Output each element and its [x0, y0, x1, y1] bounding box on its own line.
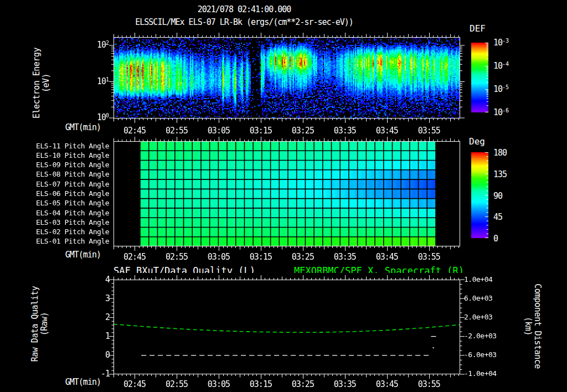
deg-colorbar-title: Deg — [469, 136, 485, 147]
pitch-angle-heatmap — [107, 135, 467, 253]
deg-colorbar — [471, 152, 488, 238]
gmt-axis-label-2: GMT(min) — [65, 250, 101, 260]
energy-axis-label-line1: Electron Energy — [32, 28, 42, 138]
def-colorbar-title: DEF — [470, 23, 486, 34]
time-axis-3-tick-label: 03:05 — [208, 379, 230, 389]
quality-axis-label: Raw Data Quality (Raw) — [30, 263, 49, 385]
time-axis-2-tick-label: 03:55 — [418, 252, 440, 262]
distance-tick-label: 6.0e+03 — [464, 294, 492, 302]
quality-tick-label: -1 — [101, 369, 110, 379]
energy-axis-label: Electron Energy (eV) — [32, 28, 51, 138]
quality-distance-plot — [107, 273, 467, 381]
time-axis-1-tick-label: 03:35 — [334, 126, 356, 136]
energy-axis-label-line2: (eV) — [42, 28, 51, 138]
time-axis-2-tick-label: 03:35 — [334, 252, 356, 262]
time-axis-1-tick-label: 02:55 — [166, 126, 188, 136]
time-axis-3-tick-label: 03:45 — [376, 379, 398, 389]
time-axis-2-tick-label: 02:45 — [123, 252, 146, 262]
time-axis-1-tick-label: 03:15 — [250, 126, 272, 136]
plot-timestamp: 2021/078 02:41:00.000 — [198, 4, 291, 14]
energy-tick-label: 100 — [97, 112, 109, 122]
distance-axis-label-line2: (km) — [523, 260, 533, 392]
distance-axis-label-line1: Component Distance — [533, 260, 542, 392]
pitch-row-label: ELS-06 Pitch Angle — [36, 189, 109, 198]
time-axis-3-tick-label: 03:15 — [250, 379, 272, 389]
time-axis-3-tick-label: 03:25 — [292, 379, 314, 389]
time-axis-2-tick-label: 03:25 — [292, 252, 314, 262]
time-axis-3-tick-label: 02:55 — [166, 379, 188, 389]
plot-page: 2021/078 02:41:00.000 ELSSCIL/MEx ELS-07… — [0, 0, 567, 392]
pitch-row-label: ELS-10 Pitch Angle — [36, 151, 109, 159]
pitch-row-label: ELS-02 Pitch Angle — [36, 228, 109, 236]
quality-axis-label-line2: (Raw) — [40, 263, 49, 385]
time-axis-1-tick-label: 03:45 — [376, 126, 398, 136]
def-colorbar-tick: 10-5 — [493, 84, 509, 94]
quality-tick-label: 1 — [105, 331, 110, 341]
distance-tick-label: -2.0e+03 — [464, 332, 497, 340]
energy-tick-label: 102 — [97, 40, 109, 50]
def-colorbar — [471, 43, 488, 112]
deg-colorbar-tick: 90 — [493, 191, 502, 201]
gmt-axis-label-3: GMT(min) — [65, 377, 101, 387]
deg-colorbar-tick: 180 — [493, 148, 507, 158]
pitch-row-label: ELS-03 Pitch Angle — [36, 218, 109, 226]
time-axis-1-tick-label: 02:45 — [123, 126, 146, 136]
time-axis-3-tick-label: 02:45 — [123, 379, 146, 389]
energy-tick-label: 101 — [97, 76, 109, 86]
pitch-row-label: ELS-07 Pitch Angle — [36, 180, 109, 188]
deg-colorbar-tick: 45 — [493, 212, 502, 222]
time-axis-2-tick-label: 03:45 — [376, 252, 398, 262]
quality-tick-label: 4 — [105, 275, 110, 285]
distance-axis-label: Component Distance (km) — [523, 260, 542, 392]
distance-tick-label: 1.0e+04 — [464, 275, 492, 283]
pitch-row-label: ELS-04 Pitch Angle — [36, 209, 109, 217]
gmt-axis-label-1: GMT(min) — [65, 122, 101, 132]
distance-tick-label: -6.0e+03 — [464, 350, 497, 359]
pitch-row-label: ELS-05 Pitch Angle — [36, 199, 109, 207]
distance-tick-label: 2.0e+03 — [464, 313, 492, 321]
time-axis-1-tick-label: 03:05 — [208, 126, 230, 136]
pitch-row-label: ELS-08 Pitch Angle — [36, 170, 109, 178]
def-colorbar-tick: 10-3 — [493, 38, 509, 48]
time-axis-3-tick-label: 03:55 — [418, 379, 440, 389]
pitch-row-label: ELS-09 Pitch Angle — [36, 161, 109, 169]
time-axis-1-tick-label: 03:25 — [292, 126, 314, 136]
pitch-row-label: ELS-11 Pitch Angle — [36, 142, 109, 150]
quality-tick-label: 0 — [105, 350, 110, 360]
def-colorbar-tick: 10-4 — [493, 61, 509, 71]
def-colorbar-tick: 10-6 — [493, 107, 509, 117]
time-axis-2-tick-label: 02:55 — [166, 252, 188, 262]
time-axis-3-tick-label: 03:35 — [334, 379, 356, 389]
quality-tick-label: 2 — [105, 312, 110, 322]
quality-tick-label: 3 — [105, 293, 110, 303]
time-axis-2-tick-label: 03:05 — [208, 252, 230, 262]
plot-title: ELSSCIL/MEx ELS-07 LR-Bk (ergs/(cm**2-sr… — [135, 17, 353, 27]
pitch-row-label: ELS-01 Pitch Angle — [36, 237, 109, 245]
time-axis-1-tick-label: 03:55 — [418, 126, 440, 136]
electron-energy-spectrogram — [107, 30, 467, 125]
deg-colorbar-tick: 0 — [493, 234, 498, 244]
quality-axis-label-line1: Raw Data Quality — [30, 263, 40, 385]
deg-colorbar-tick: 135 — [493, 169, 507, 179]
distance-tick-label: -1.0e+04 — [464, 369, 497, 378]
time-axis-2-tick-label: 03:15 — [250, 252, 272, 262]
